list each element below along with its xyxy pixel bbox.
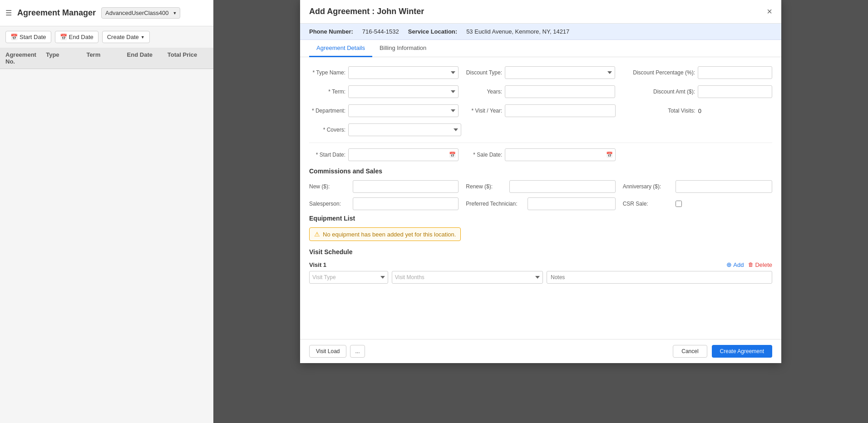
visit1-label: Visit 1 [309, 261, 326, 268]
new-group: New ($): [309, 180, 459, 193]
discount-pct-group: Discount Percentage (%): [622, 66, 772, 79]
visit-type-select[interactable]: Visit Type [309, 271, 388, 284]
new-label: New ($): [309, 183, 350, 190]
form-row-2: * Term: Years: Discount Amt ($): [309, 85, 772, 98]
info-bar: Phone Number: 716-544-1532 Service Locat… [300, 24, 781, 40]
salesperson-label: Salesperson: [309, 201, 350, 207]
sale-date-input[interactable] [505, 148, 615, 161]
commissions-row-2: Salesperson: Preferred Technician: CSR S… [309, 197, 772, 210]
add-agreement-modal: Add Agreement : John Winter × Phone Numb… [300, 0, 781, 363]
years-label: Years: [466, 89, 502, 95]
renew-group: Renew ($): [466, 180, 615, 193]
covers-label: * Covers: [309, 127, 345, 133]
preferred-tech-group: Preferred Technician: [466, 197, 615, 210]
department-group: * Department: [309, 104, 459, 117]
type-name-group: * Type Name: [309, 66, 459, 79]
delete-visit-button[interactable]: 🗑 Delete [748, 261, 772, 268]
renew-input[interactable] [509, 180, 615, 193]
modal-title: Add Agreement : John Winter [309, 7, 424, 16]
department-label: * Department: [309, 108, 345, 114]
calendar-icon: 📅 [10, 34, 18, 40]
equipment-warning: ⚠ No equipment has been added yet for th… [309, 227, 461, 241]
discount-amt-group: Discount Amt ($): [622, 85, 772, 98]
discount-pct-input[interactable] [698, 66, 772, 79]
start-date-button[interactable]: 📅 Start Date [5, 31, 51, 43]
more-options-button[interactable]: ... [350, 345, 365, 358]
type-name-select[interactable] [348, 66, 459, 79]
discount-type-label: Discount Type: [466, 69, 502, 76]
phone-label: Phone Number: [309, 28, 353, 35]
term-label: * Term: [309, 89, 345, 95]
location-value: 53 Euclid Avenue, Kenmore, NY, 14217 [466, 28, 569, 35]
discount-amt-input[interactable] [698, 85, 772, 98]
years-input[interactable] [505, 85, 615, 98]
notes-input[interactable] [547, 271, 772, 284]
discount-pct-label: Discount Percentage (%): [622, 69, 695, 76]
footer-left: Visit Load ... [309, 345, 365, 358]
covers-select[interactable] [348, 123, 461, 136]
salesperson-group: Salesperson: [309, 197, 459, 210]
visit-months-select[interactable]: Visit Months [392, 271, 543, 284]
discount-type-group: Discount Type: [466, 66, 615, 79]
discount-type-select[interactable] [505, 66, 615, 79]
visit-load-button[interactable]: Visit Load [309, 345, 346, 358]
anniversary-label: Anniversary ($): [623, 183, 673, 190]
form-row-4: * Covers: [309, 123, 772, 136]
anniversary-group: Anniversary ($): [623, 180, 772, 193]
app-title: Agreement Manager [17, 8, 96, 18]
visit-schedule-title: Visit Schedule [309, 248, 772, 256]
form-row-5: * Start Date: 📅 * Sale Date: 📅 [309, 148, 772, 161]
sale-date-group: * Sale Date: 📅 [466, 148, 615, 161]
start-date-input[interactable] [348, 148, 459, 161]
start-date-calendar-icon[interactable]: 📅 [449, 152, 456, 158]
visit-year-label: * Visit / Year: [466, 108, 502, 114]
salesperson-input[interactable] [353, 197, 459, 210]
new-input[interactable] [353, 180, 459, 193]
visit-year-group: * Visit / Year: [466, 104, 615, 117]
sale-date-label: * Sale Date: [466, 152, 502, 158]
phone-value: 716-544-1532 [362, 28, 399, 35]
form-row-3: * Department: * Visit / Year: Total Visi… [309, 104, 772, 117]
add-visit-button[interactable]: ⊕ Add [726, 261, 744, 268]
csr-sale-label: CSR Sale: [623, 201, 673, 207]
tab-billing-information[interactable]: Billing Information [372, 40, 434, 57]
visit-inputs: Visit Type Visit Months [309, 271, 772, 284]
start-date-label: * Start Date: [309, 152, 345, 158]
end-date-button[interactable]: 📅 End Date [55, 31, 99, 43]
warning-icon: ⚠ [314, 231, 320, 238]
visit-year-input[interactable] [505, 104, 615, 117]
term-select[interactable] [348, 85, 459, 98]
modal-footer: Visit Load ... Cancel Create Agreement [300, 339, 781, 363]
sale-date-calendar-icon[interactable]: 📅 [606, 152, 613, 158]
cancel-button[interactable]: Cancel [673, 345, 707, 358]
modal-body: * Type Name: Discount Type: Discount Per… [300, 57, 781, 339]
create-date-button[interactable]: Create Date ▼ [102, 31, 150, 43]
user-class-dropdown[interactable]: AdvancedUserClass400 ▼ [101, 7, 180, 19]
tab-agreement-details[interactable]: Agreement Details [309, 40, 372, 57]
csr-sale-checkbox[interactable] [676, 201, 682, 207]
years-group: Years: [466, 85, 615, 98]
csr-sale-group: CSR Sale: [623, 201, 772, 207]
table-header: Agreement No. Type Term End Date Total P… [0, 48, 213, 69]
department-select[interactable] [348, 104, 459, 117]
tabs-container: Agreement Details Billing Information [300, 40, 781, 57]
plus-icon: ⊕ [726, 261, 732, 268]
trash-icon: 🗑 [748, 261, 754, 268]
anniversary-input[interactable] [676, 180, 772, 193]
visit-row-header: Visit 1 ⊕ Add 🗑 Delete [309, 261, 772, 268]
equipment-warning-text: No equipment has been added yet for this… [323, 231, 456, 238]
visit-actions: ⊕ Add 🗑 Delete [726, 261, 772, 268]
total-visits-value: 0 [698, 108, 701, 114]
renew-label: Renew ($): [466, 183, 507, 190]
create-agreement-button[interactable]: Create Agreement [712, 345, 772, 358]
close-button[interactable]: × [767, 6, 772, 17]
covers-group: * Covers: [309, 123, 461, 136]
preferred-tech-input[interactable] [528, 197, 615, 210]
visit-section: Visit Schedule Visit 1 ⊕ Add 🗑 Delete [309, 248, 772, 284]
commissions-row-1: New ($): Renew ($): Anniversary ($): [309, 180, 772, 193]
term-group: * Term: [309, 85, 459, 98]
hamburger-icon[interactable]: ☰ [5, 9, 12, 17]
modal-header: Add Agreement : John Winter × [300, 0, 781, 24]
type-name-label: * Type Name: [309, 69, 345, 76]
form-row-1: * Type Name: Discount Type: Discount Per… [309, 66, 772, 79]
